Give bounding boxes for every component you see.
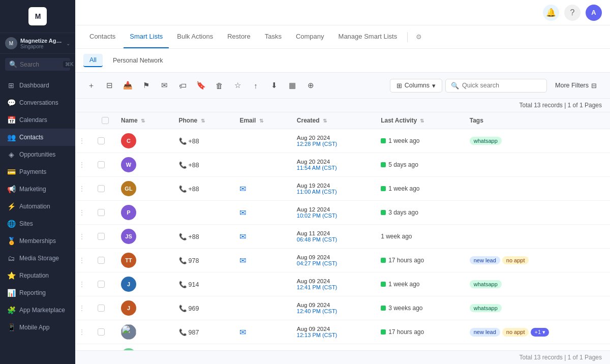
table-row: ⋮TT📞978✉Aug 09 202404:27 PM (CST)17 hour…	[75, 249, 610, 272]
calendars-icon: 📅	[7, 116, 15, 124]
col-name[interactable]: Name ⇅	[115, 112, 173, 129]
contact-phone-cell: 📞+88	[173, 177, 234, 201]
sidebar-item-contacts[interactable]: 👥 Contacts	[0, 129, 75, 146]
sidebar-item-conversations[interactable]: 💬 Conversations	[0, 94, 75, 111]
row-checkbox[interactable]	[96, 272, 115, 296]
user-avatar[interactable]: A	[586, 5, 602, 21]
row-checkbox[interactable]	[96, 201, 115, 225]
row-menu-dots[interactable]: ⋮	[75, 272, 96, 296]
quick-search-wrap[interactable]: 🔍	[445, 79, 547, 93]
sub-tab-all[interactable]: All	[83, 54, 103, 67]
row-checkbox[interactable]	[96, 249, 115, 272]
agency-selector[interactable]: M Magnetize Agency Singapore ⌄	[0, 33, 75, 54]
sub-tab-personal-network[interactable]: Personal Network	[107, 54, 169, 67]
download-button[interactable]: ⬇	[266, 78, 282, 93]
email-button[interactable]: ✉	[157, 78, 172, 93]
contact-created-cell: Aug 09 202404:27 PM (CST)	[291, 249, 375, 272]
contact-name-cell[interactable]: W	[115, 153, 173, 177]
row-menu-dots[interactable]: ⋮	[75, 296, 96, 320]
tab-company[interactable]: Company	[290, 25, 330, 48]
col-dots	[75, 112, 96, 129]
tab-smart-lists[interactable]: Smart Lists	[124, 25, 169, 48]
label-button[interactable]: 🔖	[193, 78, 208, 93]
tab-tasks[interactable]: Tasks	[259, 25, 288, 48]
settings-gear-icon[interactable]: ⚙	[412, 28, 426, 46]
star-button[interactable]: ☆	[230, 78, 245, 93]
row-menu-dots[interactable]: ⋮	[75, 249, 96, 272]
contact-name-cell[interactable]: GL	[115, 177, 173, 201]
sidebar-item-reputation[interactable]: ⭐ Reputation	[0, 267, 75, 284]
contact-name-cell[interactable]: J	[115, 272, 173, 296]
sidebar-item-memberships[interactable]: 🏅 Memberships	[0, 232, 75, 250]
sidebar-item-sites[interactable]: 🌐 Sites	[0, 215, 75, 232]
contact-name-cell[interactable]: P	[115, 201, 173, 225]
filter-button[interactable]: ⊟	[102, 78, 117, 93]
contacts-table: Name ⇅ Phone ⇅ Email ⇅ Created ⇅ Last Ac…	[75, 112, 610, 350]
row-menu-dots[interactable]: ⋮	[75, 201, 96, 225]
contact-name-cell[interactable]	[115, 320, 173, 344]
quick-search-input[interactable]	[462, 82, 542, 89]
contact-name-cell[interactable]: JS	[115, 225, 173, 249]
row-menu-dots[interactable]: ⋮	[75, 153, 96, 177]
row-menu-dots[interactable]: ⋮	[75, 129, 96, 153]
export-button[interactable]: ↑	[248, 78, 263, 93]
tab-manage-smart-lists[interactable]: Manage Smart Lists	[332, 25, 404, 48]
search-input[interactable]	[20, 61, 60, 68]
contacts-table-wrap: Name ⇅ Phone ⇅ Email ⇅ Created ⇅ Last Ac…	[75, 112, 610, 350]
tab-contacts[interactable]: Contacts	[83, 25, 121, 48]
row-checkbox[interactable]	[96, 129, 115, 153]
row-checkbox[interactable]	[96, 344, 115, 351]
row-menu-dots[interactable]: ⋮	[75, 225, 96, 249]
sidebar-item-label: Media Storage	[19, 255, 59, 262]
row-checkbox[interactable]	[96, 177, 115, 201]
row-checkbox[interactable]	[96, 320, 115, 344]
sidebar-item-payments[interactable]: 💳 Payments	[0, 163, 75, 180]
sidebar-item-opportunities[interactable]: ◈ Opportunities	[0, 146, 75, 163]
contact-tags-cell	[464, 344, 610, 351]
tag-button[interactable]: 🏷	[175, 78, 190, 93]
row-menu-dots[interactable]: ⋮	[75, 344, 96, 351]
import-button[interactable]: 📥	[120, 78, 135, 93]
sidebar-item-reporting[interactable]: 📊 Reporting	[0, 284, 75, 301]
row-menu-dots[interactable]: ⋮	[75, 320, 96, 344]
table-row: ⋮DK📞866✉Aug 08 202411:59 AM (CST)1 week …	[75, 344, 610, 351]
contact-created-cell: Aug 09 202412:40 PM (CST)	[291, 296, 375, 320]
sidebar-item-dashboard[interactable]: ⊞ Dashboard	[0, 77, 75, 94]
grid-button[interactable]: ▦	[285, 78, 300, 93]
row-menu-dots[interactable]: ⋮	[75, 177, 96, 201]
row-checkbox[interactable]	[96, 153, 115, 177]
contact-name-cell[interactable]: J	[115, 296, 173, 320]
contact-name-cell[interactable]: C	[115, 129, 173, 153]
col-phone[interactable]: Phone ⇅	[173, 112, 234, 129]
sidebar-item-app-marketplace[interactable]: 🧩 App Marketplace	[0, 301, 75, 319]
search-wrap[interactable]: 🔍 ⌘K +	[5, 58, 70, 71]
help-icon[interactable]: ?	[564, 5, 581, 21]
notifications-icon[interactable]: 🔔	[543, 5, 559, 21]
sidebar-item-media-storage[interactable]: 🗂 Media Storage	[0, 250, 75, 267]
col-email[interactable]: Email ⇅	[233, 112, 290, 129]
tab-restore[interactable]: Restore	[221, 25, 257, 48]
flag-button[interactable]: ⚑	[138, 78, 154, 93]
row-checkbox[interactable]	[96, 225, 115, 249]
sidebar-item-calendars[interactable]: 📅 Calendars	[0, 111, 75, 129]
search-shortcut: ⌘K	[63, 61, 76, 68]
contact-name-cell[interactable]: TT	[115, 249, 173, 272]
add-button[interactable]: ＋	[83, 78, 99, 93]
row-checkbox[interactable]	[96, 296, 115, 320]
col-created[interactable]: Created ⇅	[291, 112, 375, 129]
more-filters-button[interactable]: More Filters ⊟	[550, 79, 602, 92]
logo: M	[0, 0, 75, 33]
contact-name-cell[interactable]: DK	[115, 344, 173, 351]
sidebar-item-mobile-app[interactable]: 📱 Mobile App	[0, 319, 75, 336]
sidebar-item-automation[interactable]: ⚡ Automation	[0, 198, 75, 215]
contact-last-activity-cell: 17 hours ago	[375, 320, 464, 344]
sidebar-item-marketing[interactable]: 📢 Marketing	[0, 180, 75, 198]
contact-email-cell: ✉	[233, 177, 290, 201]
col-last-activity[interactable]: Last Activity ⇅	[375, 112, 464, 129]
sites-icon: 🌐	[7, 220, 15, 228]
tab-bulk-actions[interactable]: Bulk Actions	[171, 25, 219, 48]
columns-button[interactable]: ⊞ Columns ▾	[390, 79, 442, 93]
delete-button[interactable]: 🗑	[211, 78, 227, 93]
contact-tags-cell	[464, 153, 610, 177]
merge-button[interactable]: ⊕	[303, 78, 318, 93]
